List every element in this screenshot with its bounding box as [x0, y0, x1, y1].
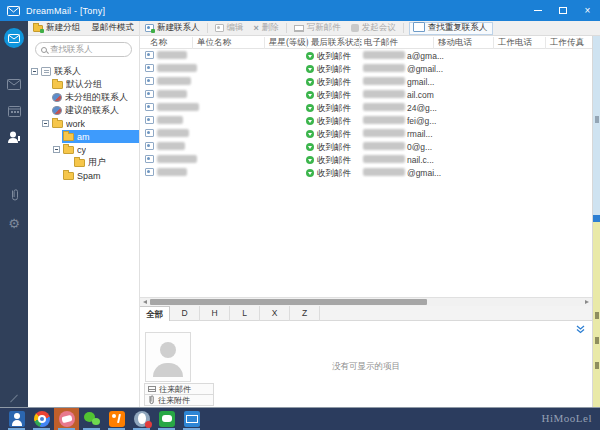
redacted-name: [157, 90, 187, 98]
right-dock-strip: [592, 36, 600, 407]
table-row[interactable]: 收到邮件@gmail...: [140, 62, 592, 75]
tree-item-未分组的联系人[interactable]: 未分组的联系人: [28, 91, 139, 104]
table-row[interactable]: 收到邮件@gmai...: [140, 166, 592, 179]
filter-tab-X[interactable]: X: [260, 306, 290, 321]
filter-tab-Z[interactable]: Z: [290, 306, 320, 321]
tree-item-label: work: [66, 119, 85, 129]
redacted-name: [157, 129, 189, 137]
column-header-6[interactable]: 工作电话: [493, 37, 532, 49]
paperclip-icon: [148, 395, 155, 405]
find-duplicates-icon: [415, 24, 425, 32]
horizontal-scrollbar[interactable]: [140, 297, 592, 306]
taskbar-chat-app-icon[interactable]: [154, 408, 179, 430]
write-mail-icon: [294, 25, 304, 32]
tree-item-默认分组[interactable]: 默认分组: [28, 78, 139, 91]
table-row[interactable]: 收到邮件rmail...: [140, 127, 592, 140]
table-row[interactable]: 收到邮件24@g...: [140, 101, 592, 114]
tree-item-联系人[interactable]: 联系人: [28, 65, 139, 78]
expand-double-chevron-icon[interactable]: [576, 325, 585, 334]
tree-item-Spam[interactable]: Spam: [28, 169, 139, 182]
redacted-email: [363, 168, 405, 176]
tree-item-建议的联系人[interactable]: 建议的联系人: [28, 104, 139, 117]
dock-scroll-marker[interactable]: [593, 215, 600, 222]
tree-expander-icon[interactable]: [42, 120, 49, 127]
find-duplicates-button[interactable]: 查找重复联系人: [409, 22, 494, 35]
tree-spacer: [53, 133, 60, 140]
status-label: 收到邮件: [317, 51, 351, 63]
search-placeholder: 查找联系人: [50, 44, 93, 56]
filter-tab-全部[interactable]: 全部: [140, 306, 170, 321]
app-logo-icon: [7, 6, 20, 16]
filter-tab-D[interactable]: D: [170, 306, 200, 321]
taskbar-card-app-icon[interactable]: [54, 408, 79, 430]
folder-icon: [52, 120, 63, 128]
tree-item-work[interactable]: work: [28, 117, 139, 130]
tree-item-label: cy: [77, 145, 86, 155]
status-label: 收到邮件: [317, 103, 351, 115]
tree-item-am[interactable]: am: [28, 130, 139, 143]
dreammail-logo-icon[interactable]: [0, 28, 28, 48]
column-header-1[interactable]: 单位名称: [192, 37, 231, 49]
status-label: 收到邮件: [317, 64, 351, 76]
column-header-5[interactable]: 移动电话: [433, 37, 472, 49]
contacts-nav-icon[interactable]: [0, 131, 28, 144]
delete-button[interactable]: × 删除: [249, 21, 284, 36]
contact-card-icon: [145, 51, 154, 59]
minimize-button[interactable]: [525, 0, 550, 21]
redacted-email: [363, 103, 405, 111]
table-row[interactable]: 收到邮件0@g...: [140, 140, 592, 153]
tree-item-cy[interactable]: cy: [28, 143, 139, 156]
taskbar-browser-app-icon[interactable]: [29, 408, 54, 430]
maximize-button[interactable]: [550, 0, 575, 21]
filter-tab-L[interactable]: L: [230, 306, 260, 321]
taskbar-taobao-app-icon[interactable]: [104, 408, 129, 430]
scrollbar-thumb[interactable]: [150, 299, 427, 305]
search-input[interactable]: 查找联系人: [35, 42, 132, 57]
table-row[interactable]: 收到邮件ail.com: [140, 88, 592, 101]
status-label: 收到邮件: [317, 116, 351, 128]
close-button[interactable]: ×: [575, 0, 600, 21]
redacted-name: [157, 142, 185, 150]
new-contact-button[interactable]: 新建联系人: [140, 21, 205, 36]
settings-gear-icon[interactable]: ⚙: [0, 217, 28, 230]
calendar-nav-icon[interactable]: [0, 105, 28, 117]
column-header-7[interactable]: 工作传真: [545, 37, 584, 49]
column-header-3[interactable]: 最后联系状态: [306, 37, 362, 49]
contacts-sidebar: 查找联系人 联系人默认分组未分组的联系人建议的联系人workamcy用户Spam: [28, 36, 140, 407]
column-header-0[interactable]: 名称: [146, 37, 167, 49]
taskbar-wechat-app-icon[interactable]: [79, 408, 104, 430]
mail-nav-icon[interactable]: [0, 79, 28, 90]
mail-mode-button[interactable]: 显邮件模式: [87, 21, 140, 36]
received-mail-status-icon: [306, 169, 314, 177]
contact-card-icon: [145, 155, 154, 163]
attachment-nav-icon[interactable]: [0, 189, 28, 202]
column-header-2[interactable]: 星星(等级): [264, 37, 309, 49]
table-row[interactable]: 收到邮件fei@g...: [140, 114, 592, 127]
column-header-4[interactable]: 电子邮件: [359, 37, 398, 49]
write-mail-button[interactable]: 写新邮件: [289, 21, 346, 36]
redacted-email: [363, 142, 405, 150]
table-row[interactable]: 收到邮件a@gma...: [140, 49, 592, 62]
tree-expander-icon[interactable]: [53, 146, 60, 153]
tree-expander-icon[interactable]: [31, 68, 38, 75]
folder-icon: [52, 81, 63, 89]
scroll-right-arrow[interactable]: [585, 300, 589, 304]
dock-tab-blue[interactable]: [593, 36, 600, 216]
email-tail: @gmai...: [407, 168, 441, 178]
edit-icon: [215, 24, 224, 32]
taskbar-dreammail-app-icon[interactable]: [179, 408, 204, 430]
edit-button[interactable]: 编辑: [210, 21, 249, 36]
taskbar-qq-app-icon[interactable]: [129, 408, 154, 430]
table-row[interactable]: 收到邮件gmail...: [140, 75, 592, 88]
tree-item-用户[interactable]: 用户: [28, 156, 139, 169]
dock-tab-yellow[interactable]: [593, 222, 600, 407]
scroll-left-arrow[interactable]: [143, 300, 147, 304]
table-row[interactable]: 收到邮件nail.c...: [140, 153, 592, 166]
new-group-button[interactable]: 新建分组: [28, 21, 85, 36]
start-meeting-button[interactable]: 发起会议: [346, 21, 401, 36]
redacted-name: [157, 155, 197, 163]
taskbar-person-app-icon[interactable]: [4, 408, 29, 430]
attachment-history-button[interactable]: 往来附件: [144, 394, 214, 406]
search-icon: [41, 47, 47, 53]
filter-tab-H[interactable]: H: [200, 306, 230, 321]
